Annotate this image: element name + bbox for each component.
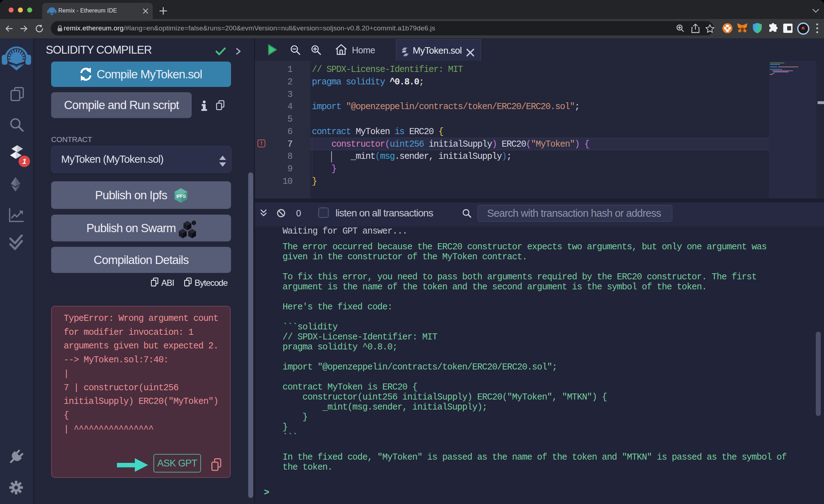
svg-text:IPFS: IPFS — [176, 194, 186, 199]
svg-text:1: 1 — [22, 157, 26, 165]
